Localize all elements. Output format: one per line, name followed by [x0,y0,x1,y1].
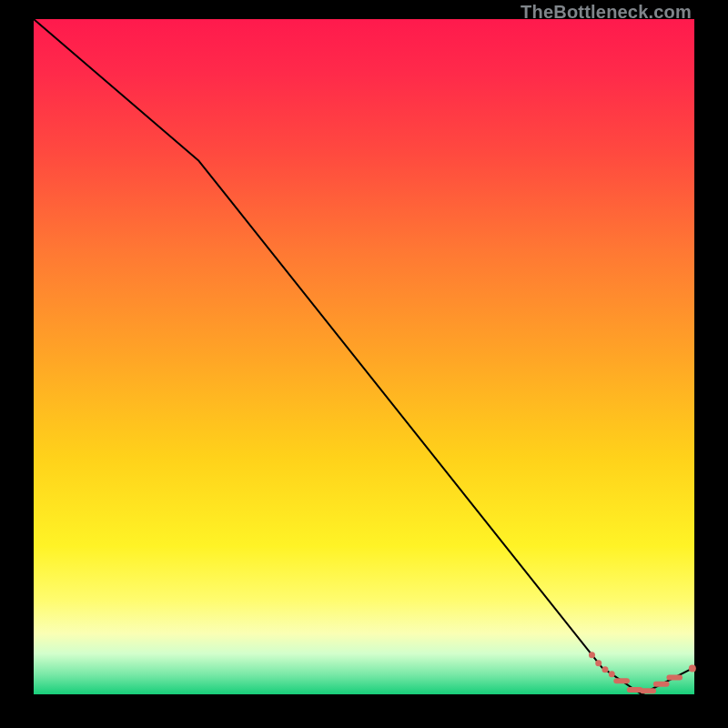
curve-marker [595,660,602,666]
chart-frame: TheBottleneck.com [0,0,728,728]
curve-path [34,19,694,694]
chart-line-group [34,19,694,694]
curve-marker [602,666,608,672]
chart-svg [34,19,694,694]
curve-marker [589,652,595,658]
curve-marker [609,671,615,677]
marker-group [589,652,696,677]
watermark-label: TheBottleneck.com [521,2,692,23]
curve-marker [689,664,696,672]
plot-area [34,19,694,694]
